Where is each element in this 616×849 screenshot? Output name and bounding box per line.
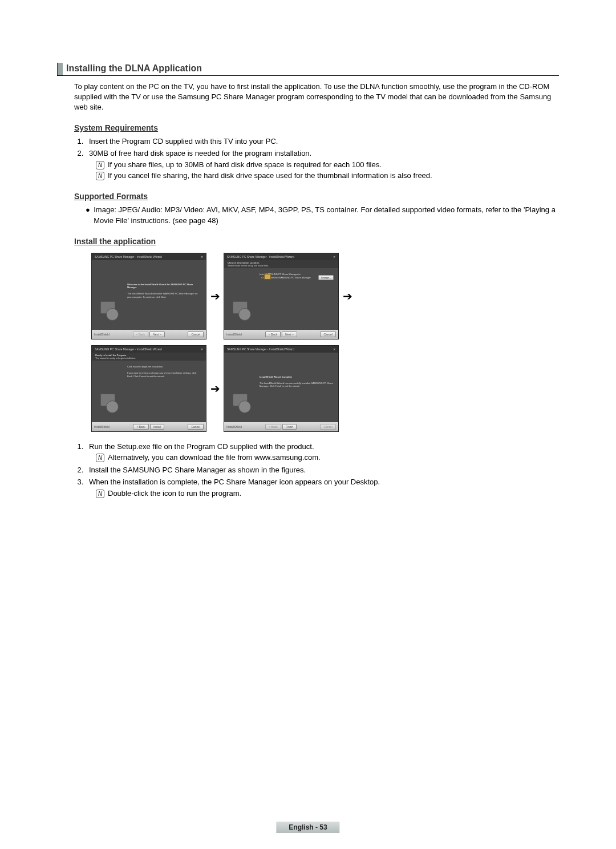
arrow-right-icon: ➔ xyxy=(206,382,224,395)
wizard-side-icon xyxy=(92,260,125,330)
supported-formats-list: ● Image: JPEG/ Audio: MP3/ Video: AVI, M… xyxy=(86,204,559,227)
wizard-titlebar: SAMSUNG PC Share Manager - InstallShield… xyxy=(92,253,206,260)
list-item: Insert the Program CD supplied with this… xyxy=(86,136,559,147)
next-button: Next > xyxy=(149,331,165,337)
close-icon: ✕ xyxy=(201,347,203,351)
wizard-body-text: The InstallShield Wizard has successfull… xyxy=(260,382,333,388)
wizard-subheader: Choose Destination Location Select folde… xyxy=(224,260,338,268)
wizard-screenshot-3: SAMSUNG PC Share Manager - InstallShield… xyxy=(91,345,206,432)
button-group: < Back Finish xyxy=(265,424,297,430)
note-icon: N xyxy=(96,454,104,462)
list-text: Image: JPEG/ Audio: MP3/ Video: AVI, MKV… xyxy=(94,204,559,227)
list-text: 30MB of free hard disk space is needed f… xyxy=(89,149,311,157)
wizard-sub-text: Select folder where setup will install f… xyxy=(228,264,269,267)
wizard-footer: InstallShield < Back Next > Cancel xyxy=(224,330,338,339)
wizard-screenshot-2: SAMSUNG PC Share Manager - InstallShield… xyxy=(224,253,339,339)
list-item: Run the Setup.exe file on the Program CD… xyxy=(86,441,559,463)
note: NDouble-click the icon to run the progra… xyxy=(96,488,559,499)
computer-disc-icon xyxy=(97,299,120,322)
wizard-subheader: Ready to Install the Program The wizard … xyxy=(92,353,206,361)
finish-button: Finish xyxy=(282,424,297,430)
wizard-body: Click Install to begin the installation.… xyxy=(92,361,206,422)
button-group: < Back Next > xyxy=(265,331,297,337)
titlebar-text: SAMSUNG PC Share Manager - InstallShield… xyxy=(95,347,162,351)
note-text: Double-click the icon to run the program… xyxy=(108,489,241,498)
cancel-button: Cancel xyxy=(188,331,204,337)
install-figures: SAMSUNG PC Share Manager - InstallShield… xyxy=(91,253,559,432)
back-button: < Back xyxy=(133,424,148,430)
list-item: Install the SAMSUNG PC Share Manager as … xyxy=(86,464,559,476)
section-header: Installing the DLNA Application xyxy=(57,63,559,76)
note-icon: N xyxy=(96,161,104,169)
computer-disc-icon xyxy=(229,391,252,414)
close-icon: ✕ xyxy=(333,255,335,258)
wizard-text: Click Install to begin the installation.… xyxy=(125,361,206,422)
wizard-screenshot-4: SAMSUNG PC Share Manager - InstallShield… xyxy=(224,345,339,432)
button-group: < Back Install xyxy=(133,424,164,430)
wizard-footer: InstallShield < Back Finish Cancel xyxy=(224,422,338,431)
page-content: Installing the DLNA Application To play … xyxy=(0,0,616,523)
wizard-titlebar: SAMSUNG PC Share Manager - InstallShield… xyxy=(224,346,338,353)
list-item: ● Image: JPEG/ Audio: MP3/ Video: AVI, M… xyxy=(86,204,559,227)
list-text: When the installation is complete, the P… xyxy=(89,478,380,486)
wizard-heading: InstallShield Wizard Complete xyxy=(260,375,292,378)
list-text: Run the Setup.exe file on the Program CD… xyxy=(89,442,314,451)
figure-row: SAMSUNG PC Share Manager - InstallShield… xyxy=(91,345,559,432)
next-button: Next > xyxy=(282,331,297,337)
note-icon: N xyxy=(96,490,104,498)
wizard-titlebar: SAMSUNG PC Share Manager - InstallShield… xyxy=(224,253,338,260)
wizard-screenshot-1: SAMSUNG PC Share Manager - InstallShield… xyxy=(91,253,206,339)
wizard-footer: InstallShield < Back Install Cancel xyxy=(92,422,206,431)
close-icon: ✕ xyxy=(333,347,335,351)
button-group: < Back Next > xyxy=(133,331,165,337)
wizard-body: Welcome to the InstallShield Wizard for … xyxy=(92,260,206,330)
wizard-text: Welcome to the InstallShield Wizard for … xyxy=(125,260,206,330)
wizard-body-text: If you want to review or change any of y… xyxy=(127,371,196,378)
computer-disc-icon xyxy=(97,391,120,414)
wizard-heading: Welcome to the InstallShield Wizard for … xyxy=(127,283,193,289)
wizard-footer: InstallShield < Back Next > Cancel xyxy=(92,330,206,339)
note-text: If you share files, up to 30MB of hard d… xyxy=(108,160,382,169)
section-bar-icon xyxy=(57,63,63,75)
install-button: Install xyxy=(150,424,164,430)
list-item: When the installation is complete, the P… xyxy=(86,476,559,499)
titlebar-text: SAMSUNG PC Share Manager - InstallShield… xyxy=(227,347,294,351)
note: NIf you cancel file sharing, the hard di… xyxy=(96,170,559,181)
wizard-side-icon xyxy=(224,268,257,330)
list-text: Insert the Program CD supplied with this… xyxy=(89,137,278,145)
list-item: 30MB of free hard disk space is needed f… xyxy=(86,148,559,181)
supported-formats-heading: Supported Formats xyxy=(74,192,559,201)
back-button: < Back xyxy=(265,331,281,337)
cancel-button: Cancel xyxy=(320,424,336,430)
cancel-button: Cancel xyxy=(320,331,336,337)
wizard-body-text: The InstallShield Wizard will install SA… xyxy=(127,292,197,298)
page-number: English - 53 xyxy=(276,822,339,833)
wizard-sub-text: The wizard is ready to begin installatio… xyxy=(95,357,136,359)
installshield-label: InstallShield xyxy=(94,333,110,336)
arrow-right-icon: ➔ xyxy=(339,289,356,303)
system-requirements-heading: System Requirements xyxy=(74,123,559,132)
note-text: If you cancel file sharing, the hard dis… xyxy=(108,171,432,180)
folder-icon xyxy=(264,274,271,280)
wizard-side-icon xyxy=(92,361,125,422)
install-steps-list: Run the Setup.exe file on the Program CD… xyxy=(86,441,559,499)
wizard-side-icon xyxy=(224,353,257,422)
bullet-icon: ● xyxy=(86,204,94,227)
titlebar-text: SAMSUNG PC Share Manager - InstallShield… xyxy=(227,255,294,258)
intro-text: To play content on the PC on the TV, you… xyxy=(74,82,559,113)
back-button: < Back xyxy=(265,424,281,430)
cancel-button: Cancel xyxy=(188,424,204,430)
close-icon: ✕ xyxy=(201,255,203,258)
installshield-label: InstallShield xyxy=(226,333,242,336)
system-requirements-list: Insert the Program CD supplied with this… xyxy=(86,136,559,181)
change-button: Change... xyxy=(318,275,334,280)
wizard-body: InstallShield Wizard Complete The Instal… xyxy=(224,353,338,422)
titlebar-text: SAMSUNG PC Share Manager - InstallShield… xyxy=(95,255,162,258)
wizard-titlebar: SAMSUNG PC Share Manager - InstallShield… xyxy=(92,346,206,353)
installshield-label: InstallShield xyxy=(94,425,110,428)
note-icon: N xyxy=(96,172,104,180)
note: NIf you share files, up to 30MB of hard … xyxy=(96,159,559,171)
note-text: Alternatively, you can download the file… xyxy=(108,453,321,462)
figure-row: SAMSUNG PC Share Manager - InstallShield… xyxy=(91,253,559,339)
computer-disc-icon xyxy=(229,299,252,322)
